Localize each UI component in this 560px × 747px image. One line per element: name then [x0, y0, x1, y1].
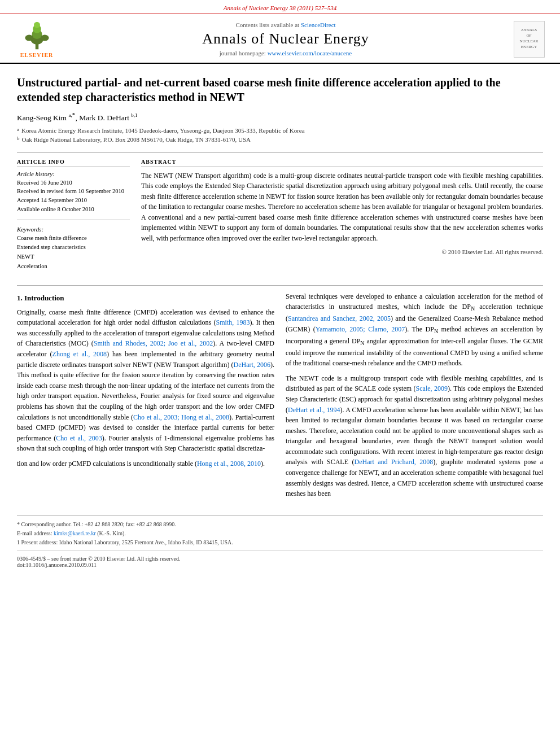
journal-center-info: Contents lists available at ScienceDirec… [62, 21, 509, 56]
affiliation-b: b Oak Ridge National Laboratory, P.O. Bo… [17, 135, 543, 145]
sciencedirect-line: Contents lists available at ScienceDirec… [62, 21, 509, 28]
affil-sup-a: a [17, 126, 19, 136]
abstract-text: The NEWT (NEW Transport algorithm) code … [141, 171, 543, 244]
article-footer: * Corresponding author. Tel.: +82 42 868… [17, 515, 543, 568]
author-sup-star: * [72, 111, 76, 118]
email-author: (K.-S. Kim). [96, 530, 126, 536]
keyword-1: Coarse mesh finite difference [17, 234, 130, 243]
ref-smith-rhodes[interactable]: Smith and Rhodes, 2002; Joo et al., 2002 [94, 339, 213, 347]
journal-cover-thumbnail: ANNALSOFNUCLEARENERGY [514, 21, 545, 58]
info-abstract-section: ARTICLE INFO Article history: Received 1… [17, 159, 543, 276]
ref-hong-2008[interactable]: Hong et al., 2008, 2010 [197, 460, 261, 468]
online-date: Available online 8 October 2010 [17, 205, 130, 214]
ref-zhong[interactable]: Zhong et al., 2008 [53, 350, 107, 358]
ref-santandrea[interactable]: Santandrea and Sanchez, 2002, 2005 [288, 314, 391, 322]
section-title: Introduction [24, 294, 64, 302]
ref-dehart-prichard[interactable]: DeHart and Prichard, 2008 [354, 458, 433, 466]
accepted-date: Accepted 14 September 2010 [17, 196, 130, 205]
article-title: Unstructured partial- and net-current ba… [17, 75, 543, 104]
affil-text-a: Korea Atomic Energy Research Institute, … [21, 126, 305, 136]
right-logo: ANNALSOFNUCLEARENERGY [509, 21, 549, 58]
section-number: 1. [17, 294, 23, 302]
footer-notes: * Corresponding author. Tel.: +82 42 868… [17, 520, 543, 547]
intro-para-1: Originally, coarse mesh finite differenc… [17, 307, 274, 454]
top-bar: Annals of Nuclear Energy 38 (2011) 527–5… [0, 0, 560, 14]
article-history: Article history: Received 16 June 2010 R… [17, 171, 130, 214]
ref-scale[interactable]: Scale, 2009 [416, 385, 448, 392]
svg-point-5 [25, 35, 33, 41]
body-content: 1. Introduction Originally, coarse mesh … [17, 291, 543, 504]
info-divider [17, 220, 130, 220]
body-left-column: 1. Introduction Originally, coarse mesh … [17, 291, 274, 504]
svg-point-6 [40, 35, 49, 41]
license-text: 0306-4549/$ – see front matter © 2010 El… [17, 556, 543, 562]
body-divider [17, 285, 543, 286]
article-keywords: Keywords: Coarse mesh finite difference … [17, 226, 130, 272]
elsevier-logo: ELSEVIER [11, 20, 62, 58]
email-note: E-mail address: kimks@kaeri.re.kr (K.-S.… [17, 529, 543, 538]
article-info-panel: ARTICLE INFO Article history: Received 1… [17, 159, 130, 276]
journal-reference: Annals of Nuclear Energy 38 (2011) 527–5… [224, 5, 336, 11]
ref-dehart-2006[interactable]: DeHart, 2006 [234, 361, 270, 369]
ref-dehart-1994[interactable]: DeHart et al., 1994 [288, 406, 340, 414]
affiliation-a: a Korea Atomic Energy Research Institute… [17, 126, 543, 136]
journal-homepage: journal homepage: www.elsevier.com/locat… [62, 50, 509, 56]
ref-cho-hong[interactable]: Cho et al., 2003; Hong et al., 2008 [133, 413, 229, 421]
keywords-label: Keywords: [17, 226, 130, 233]
doi-text: doi:10.1016/j.anucene.2010.09.011 [17, 562, 543, 568]
footer-divider [17, 551, 543, 551]
footer-license: 0306-4549/$ – see front matter © 2010 El… [17, 556, 543, 568]
body-right-column: Several techniques were developed to enh… [286, 291, 543, 504]
affil-text-b: Oak Ridge National Laboratory, P.O. Box … [22, 135, 251, 145]
ref-cho-2003[interactable]: Cho et al., 2003 [56, 434, 102, 442]
article-divider [17, 152, 543, 153]
affil-sup-b: b [17, 135, 20, 145]
right-para-1: Several techniques were developed to enh… [286, 291, 543, 369]
email-address[interactable]: kimks@kaeri.re.kr [54, 530, 96, 536]
journal-header: ELSEVIER Contents lists available at Sci… [0, 14, 560, 64]
present-address-note: 1 Present address: Idaho National Labora… [17, 538, 543, 547]
ref-yamamoto[interactable]: Yamamoto, 2005; Clarno, 2007 [316, 325, 405, 333]
corresponding-author-note: * Corresponding author. Tel.: +82 42 868… [17, 520, 543, 529]
article-content: Unstructured partial- and net-current ba… [0, 64, 560, 579]
keyword-2: Extended step characteristics [17, 243, 130, 252]
affiliations: a Korea Atomic Energy Research Institute… [17, 126, 543, 145]
journal-title: Annals of Nuclear Energy [62, 30, 509, 47]
elsevier-tree-icon [19, 20, 55, 51]
elsevier-label-text: ELSEVIER [20, 52, 54, 58]
keyword-4: Acceleration [17, 262, 130, 272]
email-label: E-mail address: [17, 530, 54, 536]
journal-cover-text: ANNALSOFNUCLEARENERGY [519, 28, 538, 50]
history-label: Article history: [17, 171, 130, 177]
homepage-url[interactable]: www.elsevier.com/locate/anucene [268, 50, 352, 56]
sciencedirect-link[interactable]: ScienceDirect [301, 21, 336, 28]
ref-smith-1983[interactable]: Smith, 1983 [216, 318, 250, 326]
keyword-3: NEWT [17, 252, 130, 262]
abstract-label: ABSTRACT [141, 159, 543, 167]
keywords-list: Coarse mesh finite difference Extended s… [17, 234, 130, 272]
abstract-panel: ABSTRACT The NEWT (NEW Transport algorit… [141, 159, 543, 276]
revised-date: Received in revised form 10 September 20… [17, 187, 130, 196]
copyright: © 2010 Elsevier Ltd. All rights reserved… [141, 248, 543, 255]
right-para-2: The NEWT code is a multigroup transport … [286, 373, 543, 499]
author-sup-b: b,1 [131, 112, 137, 118]
intro-para-2: tion and low order pCMFD calculations is… [17, 458, 274, 469]
authors-line: Kang-Seog Kim a,*, Mark D. DeHart b,1 [17, 111, 543, 123]
received-date: Received 16 June 2010 [17, 178, 130, 187]
article-info-label: ARTICLE INFO [17, 159, 130, 167]
introduction-heading: 1. Introduction [17, 294, 274, 303]
svg-point-4 [34, 22, 40, 28]
